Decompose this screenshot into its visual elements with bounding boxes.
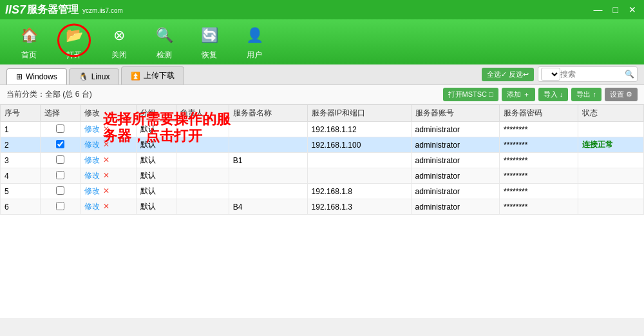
col-modify: 修改 [80,105,136,122]
category-bar: 当前分类：全部 (总 6 台) 打开MSTSC □ 添加 ＋ 导入 ↓ 导出 ↑… [0,85,644,104]
row-checkbox-4[interactable] [56,171,64,179]
tab-windows-label: Windows [26,72,57,81]
cell-person [176,184,229,199]
cell-group: 默认 [137,137,176,153]
toolbar-user-button[interactable]: 👤 用户 [238,24,270,61]
import-button[interactable]: 导入 ↓ [538,88,569,101]
cell-id: 1 [1,122,41,137]
row-checkbox-2[interactable] [56,140,64,148]
table-row: 6 修改 ✕ 默认 B4 192.168.1.3 administrator *… [1,199,644,215]
cell-account: administrator [411,122,500,137]
open-mstsc-button[interactable]: 打开MSTSC □ [443,88,498,101]
col-ip: 服务器IP和端口 [307,105,411,122]
home-icon: 🏠 [17,24,41,47]
cell-person [176,153,229,168]
table-row: 1 修改 ✕ 默认 192.168.1.12 administrator ***… [1,122,644,137]
cell-ip: 192.168.1.100 [307,137,411,153]
cell-account: administrator [411,168,500,184]
cell-select[interactable] [40,153,80,168]
cell-select[interactable] [40,137,80,153]
toolbar-restore-label: 恢复 [202,50,217,61]
toolbar-detect-label: 检测 [156,50,172,61]
cell-select[interactable] [40,122,80,137]
modify-link-2[interactable]: 修改 [84,140,100,149]
cell-status [578,184,644,199]
search-icon[interactable]: 🔍 [625,70,634,79]
cell-person [176,199,229,215]
cell-id: 6 [1,199,41,215]
col-password: 服务器密码 [500,105,578,122]
search-dropdown[interactable] [541,68,560,81]
settings-button[interactable]: 设置 ⚙ [605,88,638,101]
cell-password: ******** [500,137,578,153]
toolbar-close-label: 关闭 [111,50,127,61]
tab-linux[interactable]: 🐧 Linux [69,68,120,84]
toolbar-restore-button[interactable]: 🔄 恢复 [193,24,225,61]
category-label: 当前分类：全部 (总 6 台) [6,89,92,100]
table-body: 1 修改 ✕ 默认 192.168.1.12 administrator ***… [1,122,644,215]
cell-select[interactable] [40,184,80,199]
server-table: 序号 选择 修改 分组 负责人 服务器名称 服务器IP和端口 服务器账号 服务器… [0,104,644,215]
cell-status [578,199,644,215]
cell-modify: 修改 ✕ [80,137,136,153]
table-row: 2 修改 ✕ 默认 192.168.1.100 administrator **… [1,137,644,153]
tab-upload[interactable]: ⏫ 上传下载 [121,66,184,84]
select-all-button[interactable]: 全选✓ 反选↩ [482,68,534,81]
row-checkbox-5[interactable] [56,186,64,195]
toolbar-detect-button[interactable]: 🔍 检测 [148,24,180,61]
toolbar-user-label: 用户 [247,50,262,61]
cell-account: administrator [411,137,500,153]
row-checkbox-3[interactable] [56,155,64,164]
cell-account: administrator [411,153,500,168]
cell-status [578,122,644,137]
cell-account: administrator [411,199,500,215]
user-icon: 👤 [243,24,266,47]
cell-status [578,168,644,184]
close-button[interactable]: ✕ [626,5,639,15]
detect-icon: 🔍 [153,24,176,47]
search-box: 🔍 [538,66,638,82]
search-input[interactable] [560,70,625,79]
cell-name [229,137,307,153]
cell-modify: 修改 ✕ [80,122,136,137]
table-row: 3 修改 ✕ 默认 B1 administrator ******** [1,153,644,168]
minimize-button[interactable]: — [591,5,605,15]
toolbar-close-button[interactable]: ⊗ 关闭 [103,24,135,61]
cell-id: 4 [1,168,41,184]
maximize-button[interactable]: □ [611,5,621,15]
cell-password: ******** [500,153,578,168]
delete-link-6[interactable]: ✕ [103,202,109,211]
upload-icon: ⏫ [131,72,140,81]
row-checkbox-6[interactable] [56,202,64,210]
cell-person [176,137,229,153]
add-button[interactable]: 添加 ＋ [502,88,535,101]
tab-windows[interactable]: ⊞ Windows [6,68,67,84]
cell-select[interactable] [40,199,80,215]
server-table-container: 序号 选择 修改 分组 负责人 服务器名称 服务器IP和端口 服务器账号 服务器… [0,104,644,318]
titlebar: IIS7 服务器管理 yczm.iis7.com — □ ✕ [0,0,644,19]
modify-link-4[interactable]: 修改 [84,171,100,180]
delete-link-4[interactable]: ✕ [103,171,109,180]
titlebar-left: IIS7 服务器管理 yczm.iis7.com [5,3,123,17]
col-person: 负责人 [176,105,229,122]
cell-group: 默认 [137,199,176,215]
delete-link-3[interactable]: ✕ [103,155,109,164]
toolbar-home-button[interactable]: 🏠 首页 [13,24,45,61]
cell-group: 默认 [137,153,176,168]
cell-select[interactable] [40,168,80,184]
cell-status: 连接正常 [578,137,644,153]
restore-icon: 🔄 [198,24,221,47]
export-button[interactable]: 导出 ↑ [571,88,601,101]
modify-link-6[interactable]: 修改 [84,202,100,211]
delete-link-5[interactable]: ✕ [103,186,109,195]
modify-link-1[interactable]: 修改 [84,124,100,133]
delete-link-2[interactable]: ✕ [103,140,109,149]
cell-password: ******** [500,168,578,184]
toolbar-open-button[interactable]: 📂 打开 [58,24,90,61]
modify-link-5[interactable]: 修改 [84,186,100,195]
delete-link-1[interactable]: ✕ [103,124,109,133]
logo-iis: IIS7 [5,3,26,17]
modify-link-3[interactable]: 修改 [84,155,100,164]
row-checkbox-1[interactable] [56,124,64,133]
app-logo: IIS7 服务器管理 [5,3,79,17]
